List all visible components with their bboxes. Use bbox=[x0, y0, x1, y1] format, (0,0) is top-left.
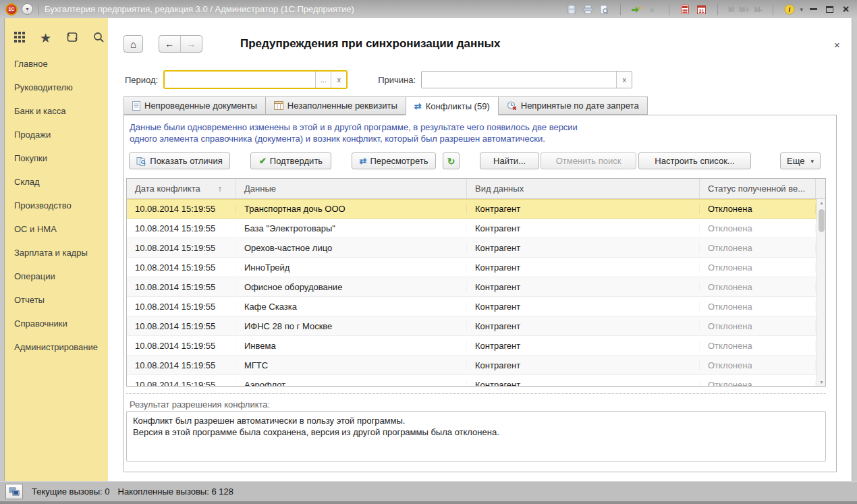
divider bbox=[620, 4, 621, 15]
star-icon: ★ bbox=[40, 31, 51, 45]
memory-m-button[interactable]: M bbox=[728, 5, 734, 13]
save-button[interactable] bbox=[566, 3, 578, 15]
scroll-up-icon[interactable]: ▲ bbox=[817, 200, 825, 205]
sidebar-item-pokupki[interactable]: Покупки bbox=[5, 146, 108, 170]
confirm-button[interactable]: ✔ Подтвердить bbox=[250, 152, 331, 169]
sections-grid-button[interactable] bbox=[13, 31, 26, 45]
refresh-button[interactable]: ↻ bbox=[443, 152, 460, 169]
table-row[interactable]: 10.08.2014 15:19:55 Инвема Контрагент От… bbox=[127, 336, 825, 356]
period-choose-button[interactable]: ... bbox=[315, 72, 331, 88]
main-area: ⌂ ← → Предупреждения при синхронизации д… bbox=[108, 18, 852, 481]
form-close-button[interactable]: × bbox=[834, 39, 840, 51]
splitter-handle[interactable] bbox=[126, 393, 826, 394]
print-preview-icon bbox=[599, 5, 609, 14]
tab-nezapolnennye-rekvizity[interactable]: Незаполненные реквизиты bbox=[265, 96, 406, 115]
scroll-down-icon[interactable]: ▼ bbox=[817, 380, 825, 385]
maximize-button[interactable] bbox=[824, 3, 835, 15]
table-row[interactable]: 10.08.2014 15:19:55 Кафе Сказка Контраге… bbox=[127, 297, 825, 316]
sidebar-item-operacii[interactable]: Операции bbox=[5, 264, 108, 288]
reason-clear-button[interactable]: x bbox=[616, 72, 632, 88]
calendar-button[interactable]: 31 bbox=[696, 3, 707, 15]
table-row[interactable]: 10.08.2014 15:19:55 Орехов-частное лицо … bbox=[127, 238, 825, 258]
minimize-button[interactable] bbox=[808, 3, 819, 15]
print-button[interactable] bbox=[582, 3, 594, 15]
cell-data: ИнноТрейд bbox=[236, 262, 467, 273]
period-input[interactable] bbox=[165, 72, 315, 88]
table-row[interactable]: 10.08.2014 15:19:55 МГТС Контрагент Откл… bbox=[127, 356, 825, 375]
cell-data: МГТС bbox=[236, 360, 467, 370]
help-button[interactable]: i bbox=[783, 3, 795, 15]
help-dropdown-icon[interactable]: ▾ bbox=[800, 6, 803, 13]
table-row[interactable]: 10.08.2014 15:19:55 База "Электротовары"… bbox=[127, 219, 825, 238]
sidebar-item-prodazhi[interactable]: Продажи bbox=[5, 123, 108, 146]
period-field-group: ... x bbox=[163, 70, 348, 89]
more-button[interactable]: Еще ▾ bbox=[780, 152, 821, 169]
tab-label: Непринятые по дате запрета bbox=[521, 101, 639, 111]
table-row[interactable]: 10.08.2014 15:19:55 Офисное оборудование… bbox=[127, 277, 825, 297]
sidebar-item-zarplata-i-kadry[interactable]: Зарплата и кадры bbox=[5, 241, 108, 264]
conflicts-panel: Данные были одновременно изменены в этой… bbox=[123, 115, 837, 472]
nav-history-buttons: ← → bbox=[159, 35, 202, 53]
tab-neprinyatye-po-date-zapreta[interactable]: Непринятые по дате запрета bbox=[498, 96, 648, 115]
vertical-scrollbar[interactable]: ▲ ▼ bbox=[817, 199, 825, 386]
memory-mminus-button[interactable]: M- bbox=[754, 5, 763, 13]
review-button[interactable]: ⇄ Пересмотреть bbox=[352, 152, 436, 169]
configure-list-button[interactable]: Настроить список... bbox=[638, 152, 751, 169]
column-header-data[interactable]: Данные bbox=[236, 179, 467, 198]
sidebar-item-os-i-nma[interactable]: ОС и НМА bbox=[5, 217, 108, 241]
svg-text:★: ★ bbox=[648, 5, 656, 14]
reason-input[interactable] bbox=[422, 72, 616, 88]
sidebar-item-bank-i-kassa[interactable]: Банк и касса bbox=[5, 99, 108, 123]
history-button[interactable] bbox=[65, 31, 78, 45]
table-row[interactable]: 10.08.2014 15:19:55 ИФНС 28 по г Москве … bbox=[127, 316, 825, 336]
close-window-button[interactable]: × bbox=[840, 3, 852, 15]
main-menu-dropdown-button[interactable]: ▾ bbox=[22, 3, 33, 15]
forward-button[interactable]: → bbox=[181, 36, 202, 52]
cell-date: 10.08.2014 15:19:55 bbox=[127, 204, 236, 214]
forward-arrow-icon: → bbox=[186, 38, 196, 49]
star-icon: ★ bbox=[648, 5, 657, 14]
tab-neprovedennye-dokumenty[interactable]: Непроведенные документы bbox=[123, 96, 266, 115]
cell-status: Отклонена bbox=[700, 341, 816, 351]
chevron-down-icon: ▾ bbox=[810, 158, 814, 165]
search-button[interactable] bbox=[92, 31, 105, 45]
table-row[interactable]: 10.08.2014 15:19:55 Аэрофлот Контрагент … bbox=[127, 375, 825, 386]
favorites-button[interactable]: ★ bbox=[40, 32, 51, 45]
calculator-icon bbox=[681, 5, 689, 14]
show-differences-button[interactable]: Показать отличия bbox=[129, 152, 230, 169]
sidebar-item-sklad[interactable]: Склад bbox=[5, 170, 108, 194]
column-header-status[interactable]: Статус полученной ве... bbox=[700, 179, 816, 198]
compare-icon bbox=[136, 157, 146, 166]
find-button[interactable]: Найти... bbox=[480, 152, 539, 169]
tab-konflikty[interactable]: ⇄ Конфликты (59) bbox=[406, 96, 499, 115]
sidebar-item-administrirovanie[interactable]: Администрирование bbox=[5, 335, 108, 359]
column-header-date[interactable]: Дата конфликта ↑ bbox=[127, 179, 236, 198]
cell-status: Отклонена bbox=[700, 282, 816, 292]
home-button[interactable]: ⌂ bbox=[123, 35, 143, 53]
memory-mplus-button[interactable]: M+ bbox=[739, 5, 750, 13]
app-window: 1С ▾ Бухгалтерия предприятия, редакция 3… bbox=[0, 0, 857, 504]
calculator-button[interactable] bbox=[680, 3, 691, 15]
tab-label: Конфликты (59) bbox=[426, 101, 490, 111]
sidebar-item-glavnoe[interactable]: Главное bbox=[5, 52, 108, 76]
sidebar-item-otchety[interactable]: Отчеты bbox=[5, 288, 108, 312]
table-row[interactable]: 10.08.2014 15:19:55 Транспортная дочь ОО… bbox=[127, 199, 825, 219]
period-clear-button[interactable]: x bbox=[331, 72, 346, 88]
scrollbar-thumb[interactable] bbox=[819, 209, 825, 232]
add-favorite-button[interactable]: ★ bbox=[631, 3, 642, 15]
sidebar-item-proizvodstvo[interactable]: Производство bbox=[5, 194, 108, 217]
cell-status: Отклонена bbox=[700, 204, 816, 214]
cancel-search-button[interactable]: Отменить поиск bbox=[541, 152, 636, 169]
cell-status: Отклонена bbox=[700, 223, 816, 233]
favorites-button[interactable]: ★ bbox=[647, 3, 659, 15]
sort-ascending-icon: ↑ bbox=[218, 184, 222, 194]
column-header-kind[interactable]: Вид данных bbox=[467, 179, 700, 198]
performance-indicator-button[interactable] bbox=[5, 484, 23, 499]
table-row[interactable]: 10.08.2014 15:19:55 ИнноТрейд Контрагент… bbox=[127, 258, 825, 277]
print-preview-button[interactable] bbox=[599, 3, 610, 15]
back-button[interactable]: ← bbox=[159, 36, 181, 52]
cell-kind: Контрагент bbox=[467, 223, 700, 233]
cell-data: Орехов-частное лицо bbox=[236, 243, 467, 253]
sidebar-item-spravochniki[interactable]: Справочники bbox=[5, 312, 108, 335]
sidebar-item-rukovoditelyu[interactable]: Руководителю bbox=[5, 76, 108, 99]
